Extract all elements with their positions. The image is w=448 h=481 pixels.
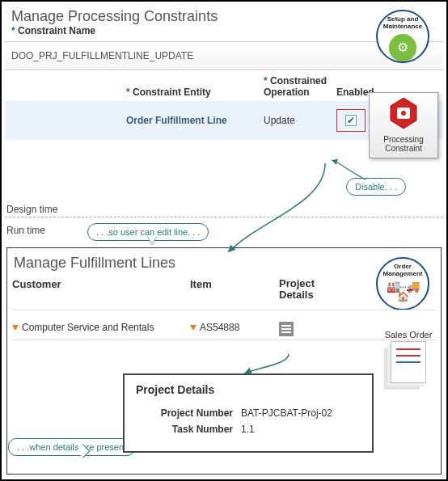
gear-icon: ⚙ xyxy=(389,34,416,61)
project-details-popover: Project Details Project Number BAT-PJCBA… xyxy=(123,373,374,453)
col-entity: Constraint Entity xyxy=(133,86,211,98)
enabled-checkbox[interactable]: ✔ xyxy=(345,115,357,126)
constraint-name-label-text: Constraint Name xyxy=(18,25,95,36)
task-number-label: Task Number xyxy=(136,424,241,435)
col-customer: Customer xyxy=(12,278,190,302)
fulfillment-row[interactable]: Computer Service and Rentals AS54888 xyxy=(12,310,436,340)
col-item: Item xyxy=(190,278,279,302)
fulfillment-header: Customer Item Project Details xyxy=(12,278,436,310)
processing-constraint-badge: Processing Constraint xyxy=(369,92,438,158)
col-project-details: Project Details xyxy=(279,278,336,302)
details-icon[interactable] xyxy=(279,322,294,336)
cell-item: AS54888 xyxy=(200,322,239,333)
chevron-icon xyxy=(190,325,197,331)
cell-entity: Order Fulfillment Line xyxy=(5,115,264,126)
design-time-label: Design time xyxy=(6,204,57,215)
processing-label: Processing Constraint xyxy=(371,135,436,153)
fulfillment-title: Manage Fulfillment Lines xyxy=(12,253,436,278)
svg-point-2 xyxy=(401,111,406,116)
col-operation: Constrained Operation xyxy=(264,75,327,98)
enabled-checkbox-highlight: ✔ xyxy=(336,109,366,132)
chevron-icon xyxy=(12,325,19,331)
note-disable: Disable. . . xyxy=(346,178,406,196)
cell-operation: Update xyxy=(264,115,336,126)
run-time-label: Run time xyxy=(6,225,45,236)
task-number-value: 1.1 xyxy=(241,424,255,435)
project-number-value: BAT-PJCBAT-Proj-02 xyxy=(241,407,332,419)
project-number-label: Project Number xyxy=(136,407,241,419)
popover-title: Project Details xyxy=(136,383,361,396)
setup-label: Setup and Maintenance xyxy=(378,16,428,31)
stop-icon xyxy=(387,96,420,133)
setup-maintenance-badge: Setup and Maintenance ⚙ xyxy=(370,10,435,63)
cell-customer: Computer Service and Rentals xyxy=(22,322,154,333)
phase-divider xyxy=(5,217,443,217)
diagram-canvas: Manage Processing Constraints * Constrai… xyxy=(0,0,448,481)
note-edit-tail xyxy=(147,236,157,244)
